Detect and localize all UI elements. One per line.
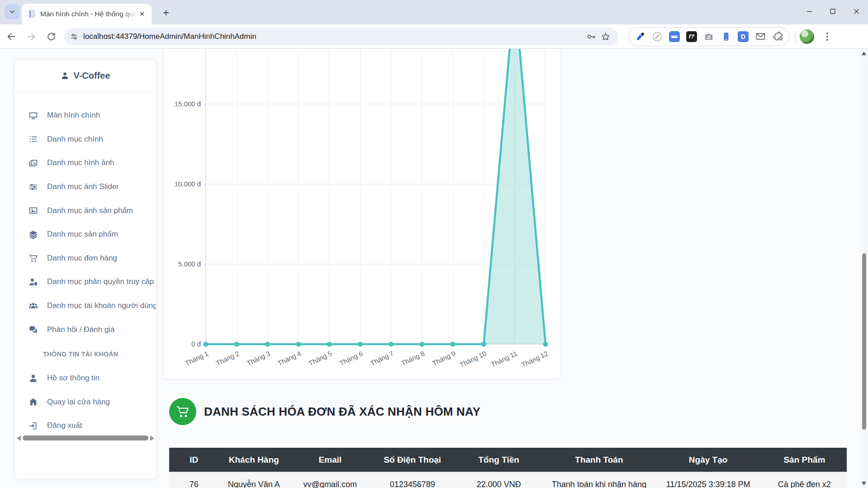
phone-extension-icon[interactable] [718, 29, 734, 44]
column-header: Sản Phẩm [762, 448, 847, 472]
blue-d-extension-icon[interactable]: D [735, 29, 751, 44]
cart-badge [169, 398, 196, 425]
window-maximize-button[interactable] [821, 0, 844, 23]
menu-item-label: Danh mục tài khoản người dùng [47, 301, 156, 310]
sidebar-brand: V-Coffee [15, 60, 156, 92]
cart-icon [28, 253, 38, 263]
window-minimize-button[interactable] [797, 0, 821, 23]
sidebar-item-user-shield[interactable]: Danh mục phân quyền truy cập [15, 270, 156, 294]
svg-text:15.000 đ: 15.000 đ [175, 100, 201, 108]
extensions-puzzle-icon[interactable] [770, 29, 785, 44]
window-close-button[interactable] [844, 0, 868, 23]
menu-item-label: Màn hình chính [47, 111, 100, 120]
back-button[interactable] [3, 28, 20, 45]
menu-item-label: Danh mục phân quyền truy cập [47, 277, 154, 286]
invoice-row: 76Nguyễn Văn Avv@gmail.com012345678922.0… [169, 472, 847, 488]
invoice-cell: 22.000 VNĐ [454, 472, 544, 488]
scroll-down-arrow[interactable] [862, 482, 866, 485]
camera-extension-icon[interactable] [701, 29, 716, 44]
revenue-chart-card: 0 đ5.000 đ10.000 đ15.000 đTháng 1Tháng 2… [164, 49, 560, 379]
column-header: ID [169, 448, 218, 472]
browser-tab-strip: Màn hình chính - Hệ thống quả ✕ + [0, 0, 868, 24]
star-icon [601, 32, 611, 42]
invoice-cell: vv@gmail.com [289, 472, 371, 488]
sidebar-item-comments[interactable]: Phản hồi / Đánh giá [15, 317, 156, 341]
mail-extension-icon[interactable] [753, 29, 768, 44]
svg-text:Tháng 4: Tháng 4 [276, 349, 302, 367]
page-favicon [28, 10, 36, 18]
sidebar-item-layers[interactable]: Danh mục sản phẩm [15, 223, 156, 246]
site-settings-icon[interactable] [70, 32, 79, 41]
sidebar-item-sign-out[interactable]: Đăng xuất [15, 414, 156, 438]
password-manager-button[interactable] [584, 29, 598, 44]
sidebar-item-users[interactable]: Danh mục tài khoản người dùng [15, 294, 156, 318]
reload-icon [47, 32, 56, 41]
svg-text:Tháng 7: Tháng 7 [369, 349, 395, 367]
list-icon [28, 134, 38, 144]
bookmark-button[interactable] [598, 29, 613, 44]
font-finder-extension-icon[interactable]: f? [684, 29, 699, 44]
sidebar-item-list[interactable]: Danh mục chính [15, 128, 156, 152]
menu-item-label: Đăng xuất [47, 421, 82, 430]
sidebar-item-cart[interactable]: Danh mục đơn hàng [15, 246, 156, 270]
confirmed-invoices-table: IDKhách HàngEmailSố Điện ThoạiTổng TiềnT… [169, 448, 847, 488]
menu-item-label: Danh mục đơn hàng [47, 254, 117, 263]
menu-item-label: Hồ sơ thông tin [47, 374, 100, 383]
back-icon [6, 32, 16, 42]
tab-search-button[interactable] [5, 4, 20, 19]
invoice-cell: 76 [169, 472, 218, 488]
maximize-icon [830, 9, 835, 14]
sidebar-item-sliders[interactable]: Danh mục ảnh Slider [15, 175, 156, 199]
sidebar-item-home[interactable]: Quay lại cửa hàng [15, 390, 156, 414]
ruler-extension-icon[interactable] [667, 29, 682, 44]
scroll-up-arrow[interactable] [862, 52, 866, 55]
browser-toolbar: localhost:44379/HomeAdmin/ManHinhChinhAd… [0, 24, 868, 49]
eyedropper-extension-icon[interactable] [632, 29, 648, 44]
new-tab-button[interactable]: + [158, 5, 174, 20]
svg-text:Tháng 10: Tháng 10 [458, 349, 487, 369]
svg-text:Tháng 8: Tháng 8 [400, 349, 426, 367]
menu-item-label: Danh mục ảnh Slider [47, 182, 119, 191]
scroll-left-arrow[interactable] [17, 436, 21, 441]
page-content: V-Coffee Màn hình chínhDanh mục chínhDan… [0, 49, 868, 488]
invoice-heading: DANH SÁCH HÓA ĐƠN ĐÃ XÁC NHẬN HÔM NAY [204, 405, 480, 419]
forward-icon [26, 32, 36, 42]
page-vertical-scrollbar [860, 49, 868, 488]
sidebar-item-photos[interactable]: Danh mục hình ảnh [15, 151, 156, 175]
svg-text:10.000 đ: 10.000 đ [175, 180, 201, 188]
tab-close-button[interactable]: ✕ [137, 9, 147, 19]
sliders-icon [28, 182, 38, 192]
monthly-revenue-chart[interactable]: 0 đ5.000 đ10.000 đ15.000 đTháng 1Tháng 2… [164, 49, 560, 379]
key-icon [586, 32, 596, 42]
admin-sidebar: V-Coffee Màn hình chínhDanh mục chínhDan… [15, 60, 156, 479]
svg-text:Tháng 5: Tháng 5 [307, 349, 333, 367]
browser-menu-button[interactable] [820, 29, 835, 44]
address-bar[interactable]: localhost:44379/HomeAdmin/ManHinhChinhAd… [64, 28, 618, 45]
image-icon [28, 206, 38, 215]
invoice-cell: 0123456789 [371, 472, 454, 488]
sidebar-item-user[interactable]: Hồ sơ thông tin [15, 366, 156, 390]
vertical-scrollbar-thumb[interactable] [862, 253, 866, 430]
sidebar-account-menu: Hồ sơ thông tinQuay lại cửa hàngĐăng xuấ… [15, 366, 156, 438]
comments-icon [28, 325, 38, 334]
sidebar-horizontal-scrollbar [15, 435, 156, 441]
menu-item-label: Phản hồi / Đánh giá [47, 325, 114, 334]
column-header: Ngày Tạo [655, 448, 762, 472]
sidebar-item-monitor[interactable]: Màn hình chính [15, 104, 156, 128]
forward-button[interactable] [23, 28, 40, 45]
menu-item-label: Danh mục chính [47, 135, 103, 144]
user-shield-icon [28, 277, 38, 287]
sidebar-item-image[interactable]: Danh mục ảnh sản phẩm [15, 199, 156, 223]
invoice-cell: Cà phê đen x2 [762, 472, 847, 488]
browser-tab-active[interactable]: Màn hình chính - Hệ thống quả ✕ [22, 4, 152, 24]
profile-avatar[interactable] [800, 29, 814, 44]
scroll-right-arrow[interactable] [150, 436, 154, 441]
horizontal-scrollbar-thumb[interactable] [23, 436, 148, 441]
sidebar-menu: Màn hình chínhDanh mục chínhDanh mục hìn… [15, 104, 156, 341]
pen-extension-icon[interactable] [650, 29, 665, 44]
column-header: Khách Hàng [218, 448, 289, 472]
window-controls [797, 0, 868, 23]
reload-button[interactable] [43, 28, 60, 45]
invoice-cell: Nguyễn Văn A [218, 472, 289, 488]
url-text[interactable]: localhost:44379/HomeAdmin/ManHinhChinhAd… [83, 32, 584, 41]
